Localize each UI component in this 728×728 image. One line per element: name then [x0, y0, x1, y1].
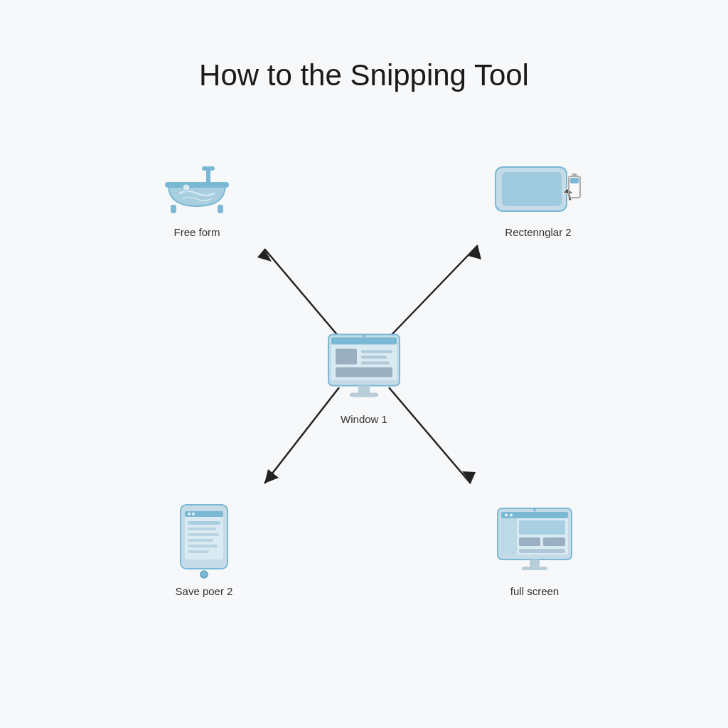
svg-point-42	[200, 571, 208, 578]
svg-line-2	[385, 245, 478, 341]
svg-rect-29	[572, 173, 577, 176]
node-top-left: Free form	[158, 156, 236, 238]
svg-rect-40	[188, 545, 218, 547]
svg-rect-14	[361, 362, 390, 365]
svg-rect-15	[336, 368, 392, 378]
node-bottom-right: full screen	[492, 505, 577, 597]
svg-rect-20	[171, 205, 176, 213]
page-title: How to the Snipping Tool	[199, 58, 529, 92]
svg-point-35	[192, 513, 195, 515]
svg-rect-41	[188, 550, 209, 553]
svg-rect-54	[522, 567, 547, 570]
page-container: How to the Snipping Tool	[44, 44, 684, 684]
svg-rect-10	[331, 338, 397, 345]
svg-rect-26	[502, 172, 562, 206]
node-bottom-left: Save poer 2	[172, 501, 236, 597]
monitor2-icon	[492, 505, 577, 579]
node-center: Window 1	[321, 329, 407, 425]
node-top-right-label: Rectennglar 2	[505, 226, 571, 238]
svg-line-0	[264, 249, 343, 341]
svg-rect-39	[188, 539, 213, 542]
node-center-label: Window 1	[341, 413, 387, 425]
svg-rect-38	[188, 533, 219, 536]
rect-icon	[492, 156, 584, 220]
bathtub-icon	[158, 156, 236, 220]
svg-marker-3	[469, 245, 481, 259]
svg-rect-50	[519, 537, 540, 546]
svg-marker-1	[257, 249, 272, 262]
svg-rect-52	[519, 549, 565, 553]
svg-rect-19	[165, 182, 229, 188]
svg-point-46	[505, 514, 508, 517]
svg-point-34	[188, 513, 191, 515]
svg-rect-53	[530, 560, 540, 567]
svg-rect-17	[350, 393, 378, 397]
svg-rect-51	[543, 537, 565, 546]
svg-rect-37	[188, 528, 216, 530]
svg-rect-49	[519, 520, 565, 535]
monitor-icon	[321, 329, 407, 407]
node-top-left-label: Free form	[173, 226, 220, 238]
svg-rect-11	[336, 349, 357, 365]
svg-rect-30	[570, 178, 579, 183]
svg-rect-12	[361, 350, 392, 353]
svg-rect-13	[361, 356, 387, 359]
svg-rect-48	[501, 518, 517, 555]
node-bottom-right-label: full screen	[510, 585, 559, 597]
svg-rect-22	[206, 169, 210, 183]
tablet-icon	[172, 501, 236, 579]
diagram: Window 1	[115, 135, 613, 619]
svg-rect-21	[218, 205, 223, 213]
svg-point-47	[510, 514, 513, 517]
svg-point-18	[363, 335, 365, 338]
svg-point-24	[183, 184, 190, 191]
svg-point-55	[533, 509, 536, 512]
svg-rect-36	[188, 521, 220, 525]
svg-marker-5	[264, 469, 279, 483]
svg-rect-33	[185, 511, 223, 517]
svg-rect-23	[202, 166, 215, 171]
svg-marker-7	[462, 471, 476, 483]
node-bottom-left-label: Save poer 2	[176, 585, 233, 597]
node-top-right: Rectennglar 2	[492, 156, 584, 238]
